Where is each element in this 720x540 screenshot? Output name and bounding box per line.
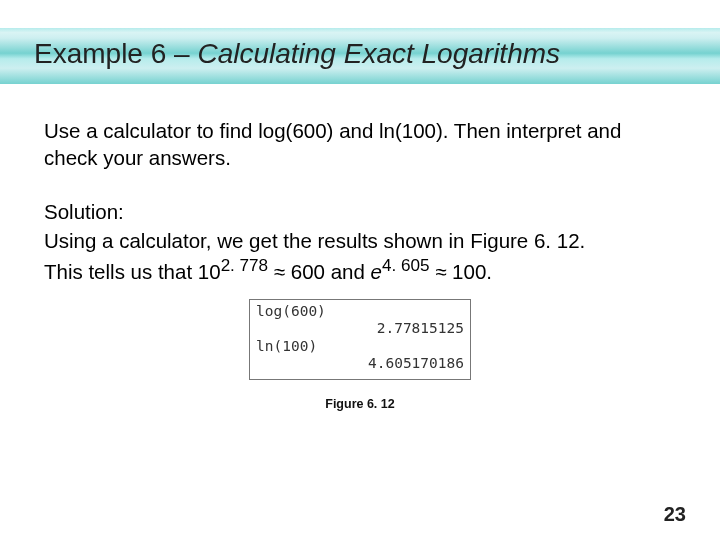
solution-label: Solution: — [44, 199, 676, 226]
slide: Example 6 – Calculating Exact Logarithms… — [0, 0, 720, 540]
content-area: Use a calculator to find log(600) and ln… — [44, 118, 676, 412]
calc-line-3: ln(100) — [256, 338, 464, 355]
exponent-1: 2. 778 — [221, 256, 268, 275]
title-prefix: Example 6 – — [34, 38, 197, 69]
calc-line-1: log(600) — [256, 303, 464, 320]
solution-body: Using a calculator, we get the results s… — [44, 228, 676, 285]
slide-title: Example 6 – Calculating Exact Logarithms — [34, 38, 560, 70]
exponent-2: 4. 605 — [382, 256, 429, 275]
solution-line1: Using a calculator, we get the results s… — [44, 229, 585, 252]
calculator-output: log(600) 2.77815125 ln(100) 4.605170186 — [249, 299, 471, 380]
title-band: Example 6 – Calculating Exact Logarithms — [0, 28, 720, 84]
approx-2: ≈ 100. — [429, 259, 492, 282]
title-main: Calculating Exact Logarithms — [197, 38, 560, 69]
page-number: 23 — [664, 503, 686, 526]
calc-line-4: 4.605170186 — [256, 355, 464, 372]
figure-caption: Figure 6. 12 — [44, 396, 676, 412]
var-e: e — [371, 259, 382, 282]
calc-line-2: 2.77815125 — [256, 320, 464, 337]
problem-text: Use a calculator to find log(600) and ln… — [44, 118, 676, 171]
approx-1: ≈ 600 and — [268, 259, 370, 282]
solution-line2-prefix: This tells us that 10 — [44, 259, 221, 282]
